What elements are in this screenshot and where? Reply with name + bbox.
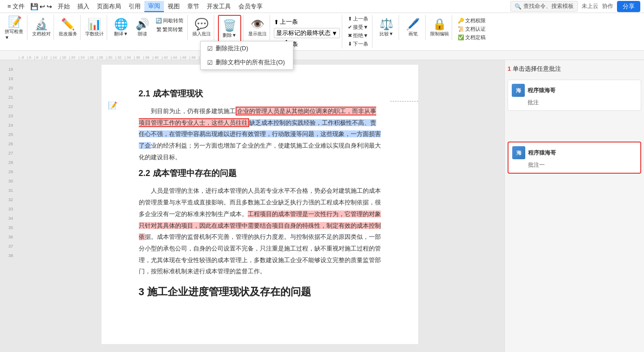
batch-label: 批改服务 [59, 31, 77, 37]
doc-permission-btn[interactable]: 🔑 文档权限 [456, 17, 488, 25]
show-comment-icon: 👁️ [251, 18, 264, 31]
menu-insert[interactable]: 插入 [74, 1, 93, 12]
doc-finalize-btn[interactable]: ✅ 文档定稿 [456, 34, 488, 41]
ribbon-section-delete-comment: 🗑️ 删除▼ ☑ 删除批注(D) ☑ 删除文档中的所有批注(O) 4 [216, 15, 244, 43]
delete-dropdown: ☑ 删除批注(D) ☑ 删除文档中的所有批注(O) [200, 41, 293, 70]
compare-btn[interactable]: ⚖️ 比较▼ [376, 15, 397, 40]
ruler-content: | -8 | 6 | 8 | 12 | 14 | 18 | 20 | 24 | … [19, 51, 625, 60]
wordcount-label: 字数统计 [85, 31, 104, 37]
linenum-24: 24 [0, 121, 15, 130]
compare-label: 比较▼ [380, 31, 393, 37]
show-comment-btn[interactable]: 👁️ 显示批注 [247, 15, 268, 40]
collab-btn[interactable]: 协作 [602, 2, 613, 10]
limit-label: 限制编辑 [430, 31, 449, 37]
menu-layout[interactable]: 页面布局 [93, 1, 125, 12]
linenum-28: 28 [0, 158, 15, 167]
menu-devtools[interactable]: 开发工具 [203, 1, 235, 12]
menu-reference[interactable]: 引用 [125, 1, 144, 12]
comment1-avatar: 海 [512, 84, 525, 97]
ribbon-section-compare: ⚖️ 比较▼ [374, 15, 399, 40]
doc-area: 📝 2.1 成本管理现状 到目前为止，仍有很多建筑施工企业的管理人员是从其他岗位… [15, 60, 504, 352]
main-area: 18 19 20 21 22 23 24 25 26 27 28 29 30 3… [0, 60, 644, 352]
linenum-32: 32 [0, 195, 15, 204]
linenum-26: 26 [0, 139, 15, 149]
ink-label: 画笔 [408, 31, 418, 37]
instruction2-text: 1 单击选择任意批注 [508, 65, 641, 73]
section2-p1: 人员是管理的主体，进行成本管理的人员若专业水平不合格，势必会对建筑施工的成本的管… [139, 185, 381, 278]
linenum-31: 31 [0, 186, 15, 195]
menu-review[interactable]: 审阅 [144, 1, 164, 12]
doc-page: 📝 2.1 成本管理现状 到目前为止，仍有很多建筑施工企业的管理人员是从其他岗位… [102, 65, 418, 344]
status-dropdown-icon[interactable]: ▼ [332, 30, 338, 37]
accept-btn[interactable]: ✔ 接受▼ [346, 23, 370, 31]
menu-member[interactable]: 会员专享 [235, 1, 266, 12]
linenum-18: 18 [0, 65, 15, 74]
next-btn[interactable]: ⬇ 下一条 [346, 40, 370, 48]
linenum-34: 34 [0, 214, 15, 223]
ribbon-section-wordcount: 📊 字数统计 [82, 15, 107, 40]
menu-file[interactable]: ≡ 文件 [4, 1, 28, 12]
comment2-text: 批注一 [528, 161, 637, 169]
comment1-text: 批注 [528, 99, 637, 107]
translate-btn[interactable]: 🌐 翻译▼ [111, 15, 131, 40]
linenum-25: 25 [0, 130, 15, 139]
linenum-21: 21 [0, 93, 15, 102]
traditional-simplified-btn[interactable]: 繁 繁简转繁 [155, 26, 185, 34]
menu-view[interactable]: 视图 [164, 1, 183, 12]
spelling-btn[interactable]: 📝 拼写检查▼ [5, 15, 25, 40]
compare-icon: ⚖️ [380, 18, 393, 31]
delete-comment-label: 删除▼ [223, 32, 237, 39]
spelling-label: 拼写检查▼ [5, 28, 25, 40]
linenum-20: 20 [0, 83, 15, 93]
comment-card-1[interactable]: 海 程序猿海哥 批注 [508, 80, 641, 111]
linenum-27: 27 [0, 149, 15, 158]
delete-comment-btn[interactable]: 🗑️ 删除▼ [219, 16, 240, 41]
linenum-19: 19 [0, 74, 15, 83]
status-select-label: 显示标记的最终状态 [276, 29, 331, 37]
wordcount-icon: 📊 [88, 18, 102, 31]
comment-card-2[interactable]: 海 程序猿海哥 批注一 [508, 142, 641, 174]
redo-icon[interactable]: ↪ [47, 3, 52, 10]
prev-comment-label: 上一条 [280, 18, 298, 26]
spelling-icon: 📝 [8, 15, 22, 28]
limit-btn[interactable]: 🔒 限制编辑 [429, 15, 450, 40]
ink-btn[interactable]: 🖊️ 画笔 [403, 15, 423, 40]
doc-cert-btn[interactable]: 📜 文档认证 [456, 25, 488, 33]
linenum-37: 37 [0, 242, 15, 251]
search-placeholder[interactable]: 查找命令、搜索模板 [523, 2, 574, 10]
doccheck-label: 文档校对 [32, 31, 51, 37]
cloud-status: 未上云 [582, 2, 598, 10]
annotation-icon: 📝 [108, 101, 117, 110]
prev-btn[interactable]: ⬆ 上一条 [346, 15, 370, 23]
linenum-38: 38 [0, 251, 15, 260]
undo-icon[interactable]: ↩ [40, 3, 45, 10]
delete-single-comment[interactable]: ☑ 删除批注(D) [201, 41, 293, 55]
menu-chapter[interactable]: 章节 [183, 1, 203, 12]
batch-btn[interactable]: ✏️ 批改服务 [58, 15, 78, 40]
translate-icon: 🌐 [114, 18, 128, 31]
ribbon-section-accept: ⬆ 上一条 ✔ 接受▼ ✖ 拒绝▼ ⬇ 下一条 [344, 15, 373, 48]
delete-all-comments[interactable]: ☑ 删除文档中的所有批注(O) [201, 55, 293, 69]
doccheck-btn[interactable]: 🔬 文档校对 [31, 15, 52, 40]
save-icon[interactable]: 💾 [30, 3, 38, 10]
batch-icon: ✏️ [61, 18, 75, 31]
insert-comment-icon: 💬 [195, 18, 209, 31]
insert-comment-btn[interactable]: 💬 插入批注 [191, 15, 212, 40]
share-button[interactable]: 分享 [617, 1, 640, 12]
comments-panel: 1 单击选择任意批注 海 程序猿海哥 批注 海 程序猿海哥 批注一 [504, 60, 644, 352]
reject-btn[interactable]: ✖ 拒绝▼ [346, 32, 370, 40]
track-changes-btn[interactable]: 🔄 间歇转简 [154, 17, 185, 25]
read-btn[interactable]: 🔊 朗读 [132, 15, 153, 40]
ribbon-section-translate: 🌐 翻译▼ 🔊 朗读 🔄 间歇转简 繁 繁简转繁 [109, 15, 188, 40]
page-numbers: 18 19 20 21 22 23 24 25 26 27 28 29 30 3… [0, 60, 15, 352]
linenum-29: 29 [0, 167, 15, 176]
ribbon-section-permission: 🔑 文档权限 📜 文档认证 ✅ 文档定稿 [454, 15, 489, 41]
track-icon: 🔄 [156, 18, 162, 24]
section3-heading: 3 施工企业进度管理现状及存在的问题 [139, 285, 381, 299]
ink-icon: 🖊️ [406, 18, 420, 31]
limit-icon: 🔒 [433, 18, 447, 31]
linenum-36: 36 [0, 232, 15, 242]
menu-start[interactable]: 开始 [54, 1, 74, 12]
wordcount-btn[interactable]: 📊 字数统计 [84, 15, 105, 40]
section1-paragraph: 到目前为止，仍有很多建筑施工企业的管理人员是从其他岗位调来的职工，而非从事项目管… [139, 106, 381, 163]
